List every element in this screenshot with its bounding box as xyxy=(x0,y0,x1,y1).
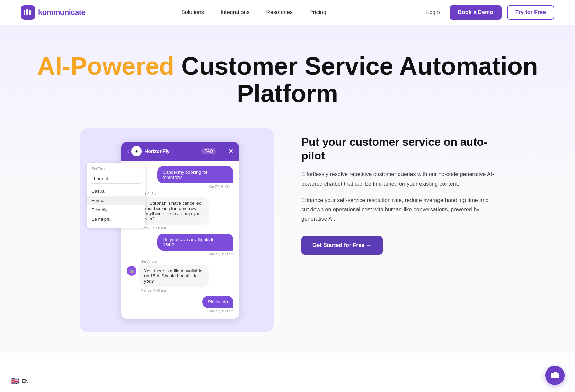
logo-text: kommunicate xyxy=(38,8,85,17)
tone-helpful[interactable]: Be helpful xyxy=(87,215,145,224)
chat-company-name: HorizonFly xyxy=(144,148,198,154)
hero-right: Put your customer service on auto-pilot … xyxy=(301,128,495,255)
nav-actions: Login Book a Demo Try for Free xyxy=(422,5,554,20)
hero-right-heading: Put your customer service on auto-pilot xyxy=(301,135,495,163)
nav-links: Solutions Integrations Resources Pricing xyxy=(181,9,326,16)
hero-title-rest: Customer Service Automation Platform xyxy=(174,52,538,107)
bot-bubble-2: Yes, there is a flight available on 15th… xyxy=(139,265,209,287)
chat-back-icon[interactable]: ‹ xyxy=(127,148,129,154)
hero-right-para2: Enhance your self-service resolution rat… xyxy=(301,195,495,224)
set-tone-panel: Set Tone Formal Casual Formal Friendly B… xyxy=(87,163,145,228)
timestamp-4: Mar 22, 9:00 am xyxy=(141,289,233,292)
logo-icon xyxy=(21,5,35,20)
chat-more-icon[interactable]: ⋮ xyxy=(219,148,225,155)
bot-message-row-2: 🤖 Yes, there is a flight available on 15… xyxy=(127,265,233,287)
bot-label-1: GenAI Bot xyxy=(141,192,233,196)
bot-avatar-2: 🤖 xyxy=(127,266,136,276)
timestamp-5: Mar 22, 9:00 am xyxy=(127,309,233,313)
set-tone-label: Set Tone xyxy=(87,167,145,174)
chat-header: ‹ ✈ HorizonFly FAQ ⋮ ✕ xyxy=(121,142,239,161)
user-message-3: Please do xyxy=(202,296,233,308)
tone-friendly[interactable]: Friendly xyxy=(87,205,145,215)
hero-right-para1: Effortlessly resolve repetitive customer… xyxy=(301,170,495,188)
chat-close-icon[interactable]: ✕ xyxy=(228,147,233,155)
svg-rect-1 xyxy=(24,10,25,15)
bot-label-2: GenAI Bot xyxy=(141,259,233,263)
nav-resources[interactable]: Resources xyxy=(266,9,292,15)
svg-rect-2 xyxy=(26,9,28,15)
hero-title-highlight: AI-Powered xyxy=(37,52,174,80)
hero-content: Set Tone Formal Casual Formal Friendly B… xyxy=(80,128,495,332)
navbar: kommunicate Solutions Integrations Resou… xyxy=(0,0,575,25)
tone-selected[interactable]: Formal xyxy=(90,174,142,184)
login-button[interactable]: Login xyxy=(422,7,444,18)
nav-integrations[interactable]: Integrations xyxy=(221,9,250,15)
hero-title: AI-Powered Customer Service Automation P… xyxy=(21,53,554,107)
user-message-1: Cancel my booking for tomorrow. xyxy=(157,166,233,183)
tone-formal[interactable]: Formal xyxy=(87,196,145,205)
nav-solutions[interactable]: Solutions xyxy=(181,9,204,15)
chat-faq-badge[interactable]: FAQ xyxy=(201,148,216,154)
get-started-button[interactable]: Get Started for Free → xyxy=(301,236,383,255)
timestamp-3: Mar 22, 9:00 am xyxy=(127,252,233,256)
timestamp-2: Mar 22, 9:00 am xyxy=(141,226,233,230)
book-demo-button[interactable]: Book a Demo xyxy=(450,5,502,20)
user-message-2: Do you have any flights for 15th? xyxy=(157,234,233,251)
chat-mockup-wrapper: Set Tone Formal Casual Formal Friendly B… xyxy=(80,128,274,332)
chat-company-avatar: ✈ xyxy=(131,146,142,156)
logo-link[interactable]: kommunicate xyxy=(21,5,85,20)
bot-bubble-1: Hi Stephan, I have cancelled your bookin… xyxy=(139,197,209,225)
tone-casual[interactable]: Casual xyxy=(87,186,145,196)
hero-section: AI-Powered Customer Service Automation P… xyxy=(0,25,575,353)
svg-rect-3 xyxy=(29,10,31,15)
try-free-button[interactable]: Try for Free xyxy=(507,5,554,20)
nav-pricing[interactable]: Pricing xyxy=(309,9,326,15)
